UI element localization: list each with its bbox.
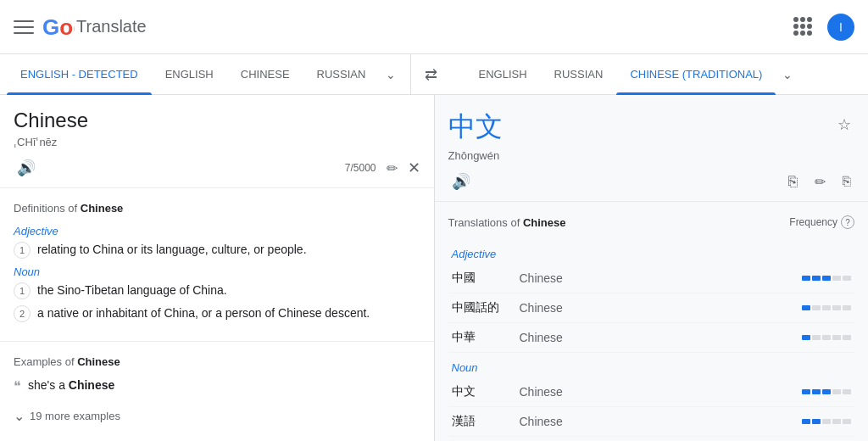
freq-bar-group-1 (802, 276, 851, 281)
def-text-1: relating to China or its language, cultu… (37, 241, 307, 259)
share-icon: ⎘ (843, 174, 851, 189)
grid-dot (800, 31, 805, 36)
noun-def-1: 1 the Sino-Tibetan language of China. (14, 282, 420, 299)
chevron-down-icon: ⌄ (14, 408, 25, 424)
apps-grid-icon[interactable] (793, 17, 814, 37)
target-speaker-button[interactable]: 🔊 (448, 169, 474, 194)
def-text-2: the Sino-Tibetan language of China. (37, 282, 227, 299)
google-logo-icon: Google (41, 10, 75, 44)
source-panel: Chinese ˌCHīˈnēz 🔊 7/5000 ✏ ✕ (0, 95, 435, 441)
example-item-1: ❝ she's a Chinese (14, 378, 420, 394)
freq-bars-3 (798, 323, 854, 353)
tab-chinese-source[interactable]: CHINESE (227, 54, 303, 95)
share-button[interactable]: ⎘ (839, 170, 854, 193)
freq-bars-6 (798, 437, 854, 442)
definitions-section: Definitions of Chinese Adjective 1 relat… (0, 188, 434, 341)
translation-zh-5: 漢語 (448, 407, 516, 437)
translation-row-hanyu: 漢語 Chinese (448, 407, 855, 437)
menu-icon[interactable] (14, 17, 34, 37)
grid-dot (793, 24, 798, 29)
freq-bar (832, 276, 841, 281)
freq-bar (822, 305, 831, 310)
translation-en-4: Chinese (516, 377, 799, 407)
tab-english-target[interactable]: ENGLISH (465, 54, 541, 95)
translation-row-zhongguo: 中國 Chinese (448, 264, 855, 293)
translation-row-huaren: 華人 Chinese, ethnic Chinese, Chinaman (448, 437, 855, 442)
pencil-icon-target: ✏ (815, 174, 826, 190)
header-icons: I (793, 14, 854, 41)
speaker-icon: 🔊 (17, 159, 36, 177)
freq-bar (802, 276, 810, 281)
tab-english-detected[interactable]: ENGLISH - DETECTED (7, 54, 152, 95)
logo-translate-label: Translate (76, 17, 147, 36)
freq-bar (843, 419, 851, 424)
logo: Google Translate (41, 10, 147, 44)
translation-zh-2: 中國話的 (448, 293, 516, 323)
freq-bar (843, 335, 851, 340)
freq-bar-group-2 (802, 305, 851, 310)
output-area: 中文 Zhōngwén ☆ 🔊 ⎘ ✏ (435, 95, 869, 202)
grid-dot (793, 17, 798, 22)
adjective-translations-label: Adjective (448, 239, 855, 264)
source-more-languages-button[interactable]: ⌄ (379, 68, 403, 81)
freq-bars-5 (798, 407, 854, 437)
translation-en-2: Chinese (516, 293, 799, 323)
copy-button[interactable]: ⎘ (785, 170, 801, 194)
target-more-languages-button[interactable]: ⌄ (776, 68, 799, 81)
freq-bar (812, 305, 821, 310)
header-logo: Google Translate (14, 10, 793, 44)
translation-zh-4: 中文 (448, 377, 516, 407)
menu-line-1 (14, 20, 34, 22)
output-word-container: 中文 Zhōngwén (448, 109, 503, 169)
input-controls-left: 🔊 (14, 155, 39, 181)
swap-languages-button[interactable]: ⇄ (411, 65, 452, 84)
edit-translation-button[interactable]: ✏ (811, 170, 829, 193)
star-favorite-button[interactable]: ☆ (834, 112, 854, 137)
more-examples-button[interactable]: ⌄ 19 more examples (14, 401, 420, 431)
source-language-tabs: ENGLISH - DETECTED ENGLISH CHINESE RUSSI… (0, 54, 411, 95)
adjective-pos-row: Adjective (448, 239, 855, 264)
def-num-1: 1 (14, 242, 31, 259)
def-num-3: 2 (14, 305, 31, 322)
adjective-def-1: 1 relating to China or its language, cul… (14, 241, 420, 259)
input-controls-right: 7/5000 ✏ ✕ (345, 157, 420, 180)
quote-icon: ❝ (14, 378, 21, 394)
translation-row-zhongguohuade: 中國話的 Chinese (448, 293, 855, 323)
example-text-1: she's a Chinese (28, 378, 114, 394)
definitions-word: Chinese (81, 202, 124, 215)
speaker-icon-target: 🔊 (452, 172, 470, 191)
translation-zh-6: 華人 (448, 437, 516, 442)
grid-dot (807, 17, 812, 22)
freq-bar (843, 389, 851, 394)
def-text-3: a native or inhabitant of China, or a pe… (37, 304, 370, 322)
frequency-label: Frequency ? (789, 215, 854, 229)
noun-def-2: 2 a native or inhabitant of China, or a … (14, 304, 420, 322)
language-tabs: ENGLISH - DETECTED ENGLISH CHINESE RUSSI… (0, 54, 868, 95)
grid-dot (800, 24, 805, 29)
clear-input-button[interactable]: ✕ (408, 159, 420, 177)
pencil-icon: ✏ (387, 160, 398, 176)
source-speaker-button[interactable]: 🔊 (14, 155, 39, 181)
tab-chinese-traditional-target[interactable]: CHINESE (TRADITIONAL) (616, 54, 776, 95)
freq-bar (822, 389, 831, 394)
edit-input-button[interactable]: ✏ (383, 157, 401, 180)
avatar[interactable]: I (827, 14, 854, 41)
freq-bar-group-3 (802, 335, 851, 340)
freq-bar (802, 389, 810, 394)
noun-translations-label: Noun (448, 353, 855, 378)
target-word: 中文 (448, 109, 503, 146)
tab-english-source[interactable]: ENGLISH (152, 54, 227, 95)
frequency-info-icon[interactable]: ? (841, 215, 854, 229)
freq-bar-group-5 (802, 419, 851, 424)
freq-bar (843, 276, 851, 281)
target-language-tabs: ENGLISH RUSSIAN CHINESE (TRADITIONAL) ⌄ (452, 54, 869, 95)
freq-bar (802, 305, 810, 310)
more-examples-label: 19 more examples (30, 410, 120, 422)
tab-russian-source[interactable]: RUSSIAN (303, 54, 380, 95)
menu-line-2 (14, 26, 34, 28)
tab-russian-target[interactable]: RUSSIAN (541, 54, 617, 95)
freq-bar (812, 389, 821, 394)
input-controls: 🔊 7/5000 ✏ ✕ (14, 155, 420, 181)
adjective-label: Adjective (14, 225, 420, 237)
target-panel: 中文 Zhōngwén ☆ 🔊 ⎘ ✏ (435, 95, 869, 441)
